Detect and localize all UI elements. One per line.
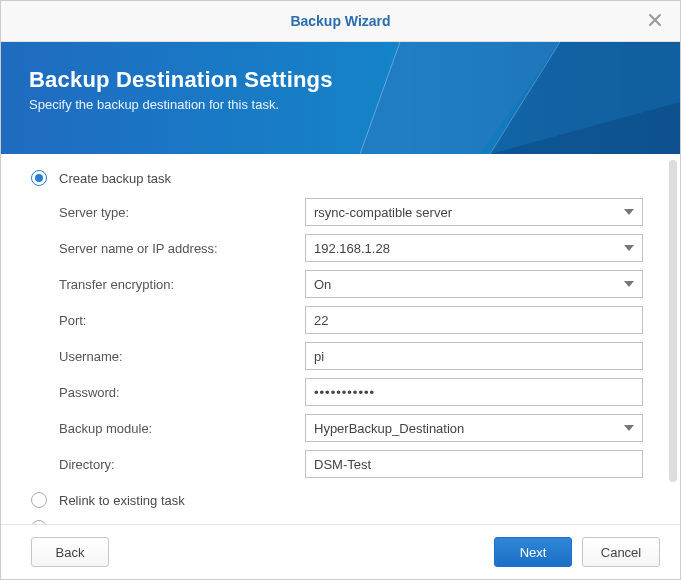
select-value: rsync-compatible server bbox=[314, 205, 624, 220]
scrollbar[interactable] bbox=[669, 160, 677, 518]
label-backup-module: Backup module: bbox=[59, 421, 305, 436]
password-input[interactable]: ••••••••••• bbox=[305, 378, 643, 406]
close-icon bbox=[648, 13, 662, 30]
label-port: Port: bbox=[59, 313, 305, 328]
label-transfer-encryption: Transfer encryption: bbox=[59, 277, 305, 292]
chevron-down-icon bbox=[624, 425, 634, 431]
directory-input[interactable]: DSM-Test bbox=[305, 450, 643, 478]
server-type-select[interactable]: rsync-compatible server bbox=[305, 198, 643, 226]
input-value: 22 bbox=[314, 313, 328, 328]
select-value: 192.168.1.28 bbox=[314, 241, 624, 256]
header-banner: Backup Destination Settings Specify the … bbox=[1, 42, 680, 154]
radio-label: Create backup task bbox=[59, 171, 171, 186]
radio-icon bbox=[31, 170, 47, 186]
chevron-down-icon bbox=[624, 281, 634, 287]
close-button[interactable] bbox=[640, 1, 670, 41]
label-username: Username: bbox=[59, 349, 305, 364]
input-value: ••••••••••• bbox=[314, 385, 375, 400]
input-value: DSM-Test bbox=[314, 457, 371, 472]
label-server-type: Server type: bbox=[59, 205, 305, 220]
select-value: On bbox=[314, 277, 624, 292]
radio-label: Relink to existing task bbox=[59, 493, 185, 508]
create-task-form: Server type: rsync-compatible server Ser… bbox=[59, 198, 643, 478]
titlebar: Backup Wizard bbox=[1, 1, 680, 42]
backup-module-select[interactable]: HyperBackup_Destination bbox=[305, 414, 643, 442]
radio-icon bbox=[31, 492, 47, 508]
server-name-select[interactable]: 192.168.1.28 bbox=[305, 234, 643, 262]
label-password: Password: bbox=[59, 385, 305, 400]
back-button[interactable]: Back bbox=[31, 537, 109, 567]
banner-decor bbox=[360, 42, 680, 154]
radio-relink-existing-task[interactable]: Relink to existing task bbox=[31, 492, 643, 508]
window-title: Backup Wizard bbox=[290, 13, 390, 29]
scrollbar-thumb[interactable] bbox=[669, 160, 677, 482]
input-value: pi bbox=[314, 349, 324, 364]
chevron-down-icon bbox=[624, 245, 634, 251]
label-directory: Directory: bbox=[59, 457, 305, 472]
select-value: HyperBackup_Destination bbox=[314, 421, 624, 436]
cancel-button[interactable]: Cancel bbox=[582, 537, 660, 567]
wizard-window: Backup Wizard Backup Destination Setting… bbox=[0, 0, 681, 580]
footer: Back Next Cancel bbox=[1, 524, 680, 579]
chevron-down-icon bbox=[624, 209, 634, 215]
radio-create-backup-task[interactable]: Create backup task bbox=[31, 170, 643, 186]
username-input[interactable]: pi bbox=[305, 342, 643, 370]
transfer-encryption-select[interactable]: On bbox=[305, 270, 643, 298]
content-area: Create backup task Server type: rsync-co… bbox=[1, 154, 680, 524]
next-button[interactable]: Next bbox=[494, 537, 572, 567]
port-input[interactable]: 22 bbox=[305, 306, 643, 334]
label-server-name: Server name or IP address: bbox=[59, 241, 305, 256]
